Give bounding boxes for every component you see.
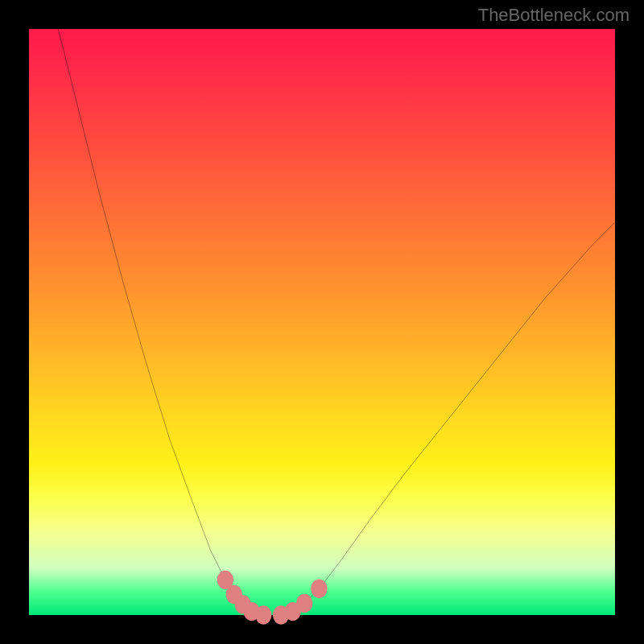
chart-svg <box>29 29 615 615</box>
chart-container: TheBottleneck.com <box>0 0 644 644</box>
watermark-text: TheBottleneck.com <box>478 5 630 26</box>
left-curve <box>58 29 263 615</box>
valley-marker <box>311 580 327 598</box>
right-curve <box>281 222 615 615</box>
valley-marker <box>255 605 271 624</box>
valley-marker <box>296 594 312 613</box>
